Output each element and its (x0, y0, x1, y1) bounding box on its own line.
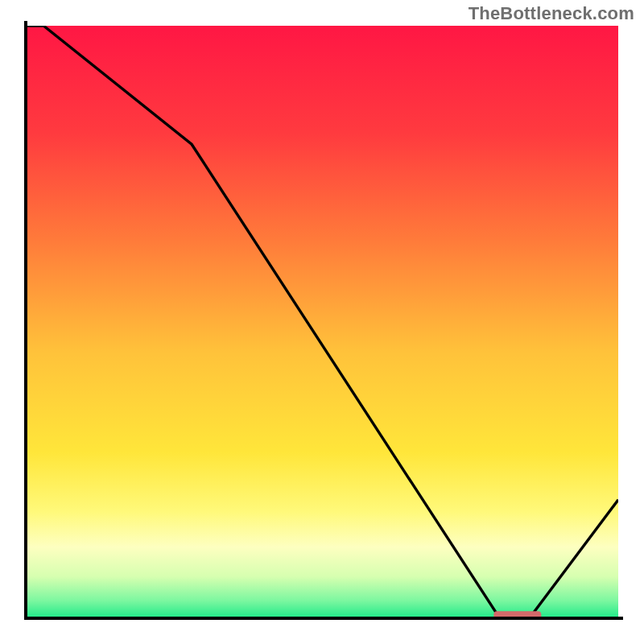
bottleneck-chart (0, 0, 644, 644)
watermark-text: TheBottleneck.com (469, 3, 634, 24)
plot-background (26, 26, 618, 618)
chart-container: TheBottleneck.com (0, 0, 644, 644)
